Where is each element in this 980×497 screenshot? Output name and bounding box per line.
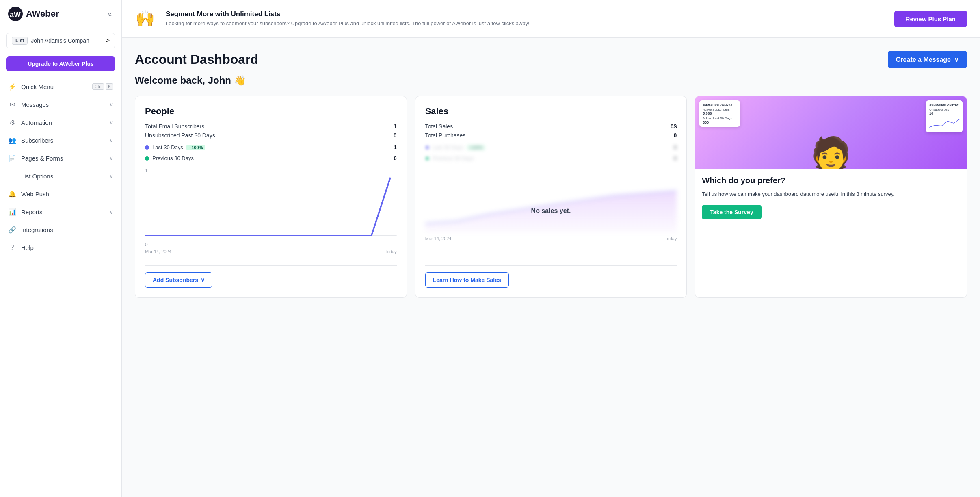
sidebar-item-help[interactable]: ? Help: [0, 239, 121, 256]
banner-title: Segment More with Unlimited Lists: [166, 10, 888, 18]
dashboard-header: Account Dashboard Create a Message ∨: [135, 51, 967, 68]
legend-dot-green: [425, 156, 429, 161]
sidebar-item-label: Help: [21, 244, 34, 251]
survey-image: Subscriber Activity Active Subscribers 5…: [695, 96, 967, 169]
svg-text:🙌: 🙌: [136, 9, 155, 28]
people-chart: 1 0 Mar 14, 2024 Today: [145, 168, 397, 254]
chart-x-end: Today: [385, 249, 396, 254]
stat-label: Total Sales: [425, 123, 453, 130]
legend-value: 1: [394, 144, 396, 150]
chevron-down-icon: ∨: [109, 208, 113, 215]
stat-row: Unsubscribed Past 30 Days 0: [145, 132, 397, 139]
survey-mockup-2: Subscriber Activity Unsubscribes 10: [926, 100, 963, 132]
main-content: 🙌 Segment More with Unlimited Lists Look…: [122, 0, 980, 497]
stat-value: 0: [394, 132, 397, 139]
banner-description: Looking for more ways to segment your su…: [166, 20, 888, 27]
chart-x-labels: Mar 14, 2024 Today: [145, 249, 397, 254]
svg-text:aW: aW: [10, 11, 21, 19]
growth-badge: +100%: [467, 145, 486, 150]
people-card-title: People: [145, 106, 397, 117]
no-sales-text: No sales yet.: [531, 207, 571, 215]
chevron-down-icon: ∨: [109, 137, 113, 143]
stat-row: Total Purchases 0: [425, 132, 677, 139]
people-chart-svg: [145, 175, 397, 240]
automation-icon: ⚙: [8, 118, 16, 126]
survey-body: Which do you prefer? Tell us how we can …: [695, 169, 967, 297]
chart-x-start: Mar 14, 2024: [145, 249, 171, 254]
sidebar-item-label: Messages: [21, 101, 49, 108]
web-push-icon: 🔔: [8, 190, 16, 198]
sidebar-item-label: Integrations: [21, 226, 53, 233]
survey-face-emoji: 🧑: [811, 138, 851, 169]
legend-value: 0: [674, 144, 677, 150]
chart-x-end: Today: [665, 236, 677, 241]
shortcut-display: Ctrl K: [92, 83, 113, 90]
dashboard-section: Account Dashboard Create a Message ∨ Wel…: [122, 38, 980, 86]
account-name: John Adams's Compan: [31, 37, 102, 44]
sales-card: Sales Total Sales 0$ Total Purchases 0 L…: [415, 96, 687, 298]
legend-dot-green: [145, 156, 149, 161]
survey-image-inner: Subscriber Activity Active Subscribers 5…: [695, 96, 967, 169]
banner-text: Segment More with Unlimited Lists Lookin…: [166, 10, 888, 27]
account-selector[interactable]: List John Adams's Compan >: [6, 33, 115, 48]
messages-icon: ✉: [8, 100, 16, 109]
learn-how-to-make-sales-button[interactable]: Learn How to Make Sales: [425, 272, 509, 288]
sidebar-item-label: List Options: [21, 173, 53, 180]
people-card-footer: Add Subscribers ∨: [145, 265, 397, 288]
sidebar-item-reports[interactable]: 📊 Reports ∨: [0, 203, 121, 221]
take-survey-button[interactable]: Take the Survey: [702, 205, 761, 219]
sidebar-item-label: Web Push: [21, 191, 49, 197]
collapse-sidebar-button[interactable]: «: [106, 8, 113, 20]
chevron-down-icon: ∨: [109, 155, 113, 161]
stat-label: Total Purchases: [425, 132, 466, 139]
review-plus-plan-button[interactable]: Review Plus Plan: [894, 11, 967, 27]
upgrade-button[interactable]: Upgrade to AWeber Plus: [6, 56, 115, 71]
survey-mockup-1: Subscriber Activity Active Subscribers 5…: [699, 100, 740, 127]
mini-chart-svg: [929, 117, 962, 129]
reports-icon: 📊: [8, 208, 16, 216]
stat-row: Total Email Subscribers 1: [145, 123, 397, 130]
chart-x-labels: Mar 14, 2024 Today: [425, 236, 677, 241]
y-axis-min: 0: [145, 242, 397, 247]
sidebar-item-list-options[interactable]: ☰ List Options ∨: [0, 167, 121, 185]
aweber-logo-icon: aW: [8, 7, 23, 21]
stat-value: 0$: [671, 123, 677, 130]
sidebar-item-label: Quick Menu: [21, 83, 54, 90]
legend-value: 0: [394, 155, 396, 161]
legend-label: Previous 30 Days: [152, 155, 194, 161]
legend-row: Last 30 Days +100% 0: [425, 144, 677, 150]
sidebar-item-label: Subscribers: [21, 137, 53, 144]
legend-dot-purple: [145, 145, 149, 150]
survey-title: Which do you prefer?: [702, 176, 960, 185]
people-card: People Total Email Subscribers 1 Unsubsc…: [135, 96, 407, 298]
sales-chart: No sales yet. Mar 14, 2024 Today: [425, 168, 677, 254]
stat-label: Total Email Subscribers: [145, 123, 204, 130]
sales-card-footer: Learn How to Make Sales: [425, 265, 677, 288]
sidebar-item-label: Pages & Forms: [21, 155, 63, 162]
sidebar-item-label: Reports: [21, 208, 43, 215]
sidebar-item-label: Automation: [21, 119, 52, 126]
shortcut-ctrl: Ctrl: [92, 83, 104, 90]
sidebar-item-web-push[interactable]: 🔔 Web Push: [0, 185, 121, 203]
sidebar-header: aW AWeber «: [0, 0, 121, 28]
add-subscribers-button[interactable]: Add Subscribers ∨: [145, 272, 212, 288]
account-chevron-icon: >: [106, 37, 110, 44]
dashboard-cards: People Total Email Subscribers 1 Unsubsc…: [122, 96, 980, 311]
sidebar: aW AWeber « List John Adams's Compan > U…: [0, 0, 122, 497]
sidebar-item-integrations[interactable]: 🔗 Integrations: [0, 221, 121, 239]
legend-label: Last 30 Days: [152, 144, 183, 150]
sidebar-item-automation[interactable]: ⚙ Automation ∨: [0, 113, 121, 131]
sidebar-item-messages[interactable]: ✉ Messages ∨: [0, 95, 121, 113]
y-axis-max: 1: [145, 168, 397, 174]
learn-sales-label: Learn How to Make Sales: [433, 277, 501, 283]
sidebar-item-subscribers[interactable]: 👥 Subscribers ∨: [0, 131, 121, 149]
chart-x-start: Mar 14, 2024: [425, 236, 452, 241]
sidebar-item-quick-menu[interactable]: ⚡ Quick Menu Ctrl K: [0, 78, 121, 95]
sidebar-item-pages-forms[interactable]: 📄 Pages & Forms ∨: [0, 149, 121, 167]
list-tag: List: [12, 37, 28, 45]
welcome-message: Welcome back, John 👋: [135, 75, 967, 86]
chevron-down-icon: ∨: [109, 101, 113, 108]
create-message-button[interactable]: Create a Message ∨: [888, 51, 967, 68]
list-options-icon: ☰: [8, 172, 16, 180]
legend-label: Last 30 Days: [433, 144, 463, 150]
